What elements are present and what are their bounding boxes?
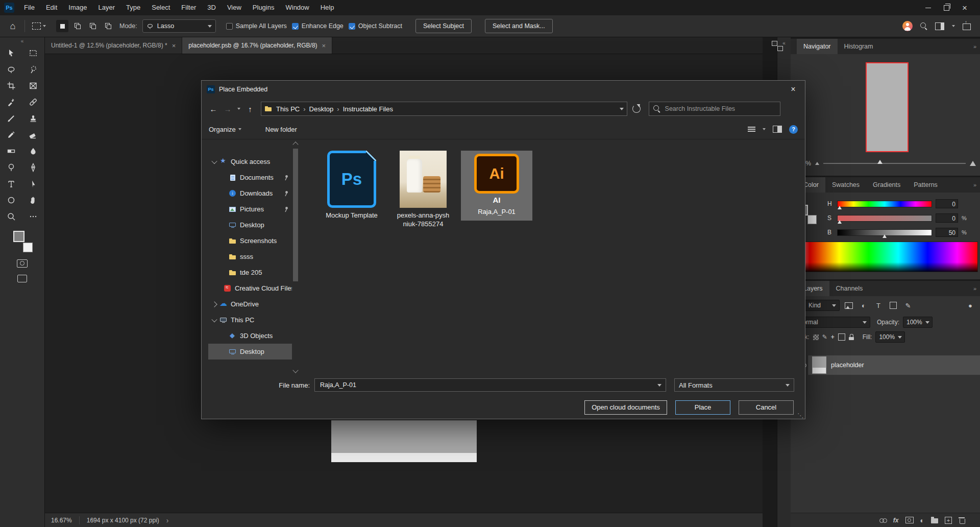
dock-collapse-icon[interactable]: « [777, 37, 791, 46]
file-name-combobox[interactable] [314, 378, 666, 392]
healing-brush-tool[interactable] [22, 94, 45, 110]
subtract-selection-button[interactable] [87, 20, 99, 32]
history-brush-tool[interactable] [0, 127, 22, 143]
new-selection-button[interactable] [56, 20, 68, 32]
zoom-level[interactable]: 16.67% [51, 517, 72, 524]
layer-thumbnail[interactable] [812, 356, 826, 374]
crop-tool[interactable] [0, 78, 22, 94]
menu-item[interactable]: Plugins [247, 0, 280, 15]
dialog-title-bar[interactable]: Ps Place Embedded × [202, 81, 805, 98]
delete-layer-icon[interactable] [959, 517, 965, 523]
quick-mask-icon[interactable] [17, 259, 28, 268]
open-cloud-documents-button[interactable]: Open cloud documents [584, 400, 667, 415]
breadcrumb-item[interactable]: This PC › [273, 105, 306, 113]
select-and-mask-button[interactable]: Select and Mask... [485, 19, 553, 33]
new-folder-button[interactable]: New folder [265, 126, 297, 133]
navigator-proxy-preview[interactable] [866, 62, 909, 152]
forward-button[interactable]: → [221, 105, 234, 113]
blend-mode-dropdown[interactable]: Normal [795, 317, 870, 328]
sidebar-item[interactable]: This PC [208, 312, 292, 328]
dodge-tool[interactable] [0, 159, 22, 176]
chevron-down-icon[interactable] [952, 25, 955, 27]
resize-grip-icon[interactable]: ⋱ [797, 412, 803, 419]
more-tools-ellipsis[interactable] [22, 208, 45, 225]
channel-value[interactable]: 50 [936, 228, 958, 237]
channel-value[interactable]: 0 [936, 213, 958, 223]
dialog-close-button[interactable]: × [781, 81, 805, 98]
panel-tab[interactable]: Channels [829, 281, 870, 296]
up-button[interactable]: ↑ [243, 105, 257, 113]
file-tile-psd[interactable]: Ps Mockup Template [318, 151, 385, 220]
address-bar[interactable]: This PC › Desktop › Instructable Files › [261, 102, 627, 116]
workspace-layout-icon[interactable] [935, 22, 944, 30]
toolbar-collapse-icon[interactable]: « [0, 37, 44, 45]
slider-thumb-icon[interactable] [838, 220, 842, 224]
cancel-button[interactable]: Cancel [739, 400, 794, 415]
lasso-tool[interactable] [0, 61, 22, 78]
option-checkbox[interactable]: Object Subtract [349, 22, 402, 30]
new-layer-icon[interactable]: + [945, 517, 952, 524]
place-button[interactable]: Place [675, 400, 730, 415]
eyedropper-tool[interactable] [0, 94, 22, 110]
quick-selection-tool[interactable] [22, 61, 45, 78]
zoom-slider[interactable] [823, 163, 966, 164]
sidebar-item[interactable]: Quick access [208, 154, 292, 170]
opacity-field[interactable]: 100% [903, 317, 933, 328]
clone-stamp-tool[interactable] [22, 110, 45, 127]
lock-all-icon[interactable] [849, 334, 854, 340]
layer-effects-icon[interactable]: fx [893, 517, 899, 524]
brush-tool[interactable] [0, 110, 22, 127]
link-layers-icon[interactable] [879, 518, 887, 522]
document-canvas[interactable] [331, 420, 477, 462]
chevron-down-icon[interactable] [657, 384, 662, 387]
sidebar-item[interactable]: ssss [208, 249, 292, 265]
address-dropdown-icon[interactable] [620, 108, 624, 110]
search-icon[interactable] [920, 22, 927, 30]
panel-tab[interactable]: Gradients [866, 177, 907, 193]
filter-adjustment-layers-icon[interactable]: ◐ [858, 300, 869, 311]
panel-collapse-icon[interactable]: » [973, 182, 980, 188]
shape-tool[interactable] [0, 192, 22, 208]
format-dropdown[interactable]: All Formats [674, 378, 794, 392]
menu-item[interactable]: Layer [93, 0, 121, 15]
layer-row[interactable]: placeholder [791, 355, 980, 375]
background-color-swatch[interactable] [807, 215, 817, 224]
minimize-button[interactable] [919, 0, 937, 15]
layer-selected[interactable]: placeholder [808, 355, 980, 375]
menu-item[interactable]: Filter [176, 0, 202, 15]
adjustment-layer-icon[interactable]: ◐ [920, 517, 924, 524]
type-tool[interactable] [0, 176, 22, 192]
view-mode-icon[interactable] [748, 127, 755, 132]
sidebar-item[interactable]: Desktop [208, 344, 292, 360]
panel-collapse-icon[interactable]: » [973, 43, 980, 50]
blur-tool[interactable] [22, 143, 45, 159]
sidebar-item[interactable]: OneDrive [208, 296, 292, 312]
select-subject-button[interactable]: Select Subject [415, 19, 472, 33]
filter-shape-layers-icon[interactable] [888, 300, 899, 311]
menu-item[interactable]: Edit [40, 0, 63, 15]
option-checkbox[interactable]: Sample All Layers [226, 22, 287, 30]
account-avatar[interactable] [902, 21, 913, 31]
lock-artboard-icon[interactable] [838, 333, 845, 341]
lock-position-icon[interactable]: + [831, 333, 835, 341]
menu-item[interactable]: Window [280, 0, 314, 15]
sidebar-item[interactable]: Creative Cloud Files [208, 280, 292, 296]
home-icon[interactable]: ⌂ [6, 21, 19, 32]
zoom-slider-thumb[interactable] [877, 160, 883, 164]
marquee-tool[interactable] [22, 45, 45, 61]
filter-toggle-icon[interactable]: ● [965, 300, 976, 311]
refresh-icon[interactable] [632, 105, 641, 113]
intersect-selection-button[interactable] [102, 20, 114, 32]
new-group-icon[interactable] [931, 518, 938, 523]
panel-tab[interactable]: Swatches [825, 177, 866, 193]
share-icon[interactable] [963, 23, 971, 30]
sidebar-item[interactable]: Pictures [208, 201, 292, 217]
path-selection-tool[interactable] [22, 176, 45, 192]
file-name-input[interactable] [319, 381, 657, 389]
tab-close-icon[interactable]: × [172, 42, 176, 50]
foreground-color-swatch[interactable] [13, 231, 24, 242]
search-input[interactable] [664, 105, 776, 113]
chevron-down-icon[interactable] [763, 128, 766, 130]
add-selection-button[interactable] [71, 20, 84, 32]
recent-locations-chevron-icon[interactable] [237, 108, 240, 110]
